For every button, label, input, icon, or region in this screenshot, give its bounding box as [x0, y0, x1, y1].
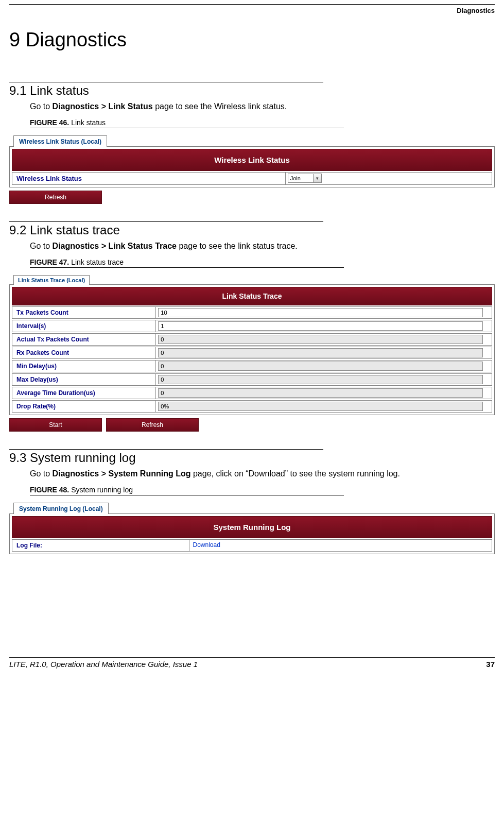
section-9-2-heading: 9.2 Link status trace: [9, 223, 495, 237]
section-9-1-heading: 9.1 Link status: [9, 83, 495, 98]
row-label: Min Delay(us): [12, 361, 156, 372]
download-link[interactable]: Download: [189, 540, 492, 551]
text-input[interactable]: 1: [158, 321, 483, 331]
text-input: 0: [158, 375, 483, 384]
table-row: Drop Rate(%)0%: [12, 400, 492, 413]
table-row: Average Time Duration(us)0: [12, 387, 492, 399]
figure-48-caption: FIGURE 48. System running log: [30, 486, 495, 494]
table-row: Rx Packets Count0: [12, 347, 492, 359]
panel-title-system-running-log: System Running Log: [12, 516, 492, 538]
panel-title-wireless-link-status: Wireless Link Status: [12, 149, 492, 171]
chapter-title: 9 Diagnostics: [9, 29, 495, 51]
refresh-button[interactable]: Refresh: [106, 418, 199, 432]
figure-47-screenshot: Link Status Trace (Local) Link Status Tr…: [9, 275, 495, 432]
figure-46-screenshot: Wireless Link Status (Local) Wireless Li…: [9, 135, 495, 204]
table-row: Interval(s)1: [12, 320, 492, 332]
row-label-wireless-link-status: Wireless Link Status: [12, 173, 286, 184]
text-input: 0: [158, 362, 483, 371]
row-label: Interval(s): [12, 320, 156, 332]
table-row: Actual Tx Packets Count0: [12, 333, 492, 346]
start-button[interactable]: Start: [9, 418, 102, 432]
header-topic: Diagnostics: [9, 5, 495, 20]
figure-48-screenshot: System Running Log (Local) System Runnin…: [9, 503, 495, 554]
page-number: 37: [486, 660, 495, 668]
tab-wireless-link-status[interactable]: Wireless Link Status (Local): [13, 135, 107, 147]
text-input: 0: [158, 335, 483, 344]
row-label-log-file: Log File:: [12, 540, 189, 551]
row-label: Max Delay(us): [12, 374, 156, 385]
section-9-2-body: Go to Diagnostics > Link Status Trace pa…: [30, 242, 495, 251]
text-input[interactable]: 10: [158, 308, 483, 317]
row-label: Rx Packets Count: [12, 347, 156, 358]
figure-47-caption: FIGURE 47. Link status trace: [30, 258, 495, 266]
row-label: Drop Rate(%): [12, 401, 156, 412]
text-input: 0: [158, 388, 483, 398]
section-9-3-heading: 9.3 System running log: [9, 451, 495, 465]
text-input: 0%: [158, 402, 483, 411]
section-9-3-body: Go to Diagnostics > System Running Log p…: [30, 469, 495, 478]
table-row: Tx Packets Count10: [12, 306, 492, 319]
text-input: 0: [158, 348, 483, 357]
table-row: Max Delay(us)0: [12, 373, 492, 386]
figure-46-caption: FIGURE 46. Link status: [30, 118, 495, 127]
refresh-button[interactable]: Refresh: [9, 191, 102, 204]
table-row: Min Delay(us)0: [12, 360, 492, 372]
footer-doc-title: LITE, R1.0, Operation and Maintenance Gu…: [9, 660, 198, 668]
row-label: Tx Packets Count: [12, 307, 156, 318]
section-9-1-body: Go to Diagnostics > Link Status page to …: [30, 102, 495, 111]
chevron-down-icon: ▼: [313, 174, 321, 182]
row-label: Average Time Duration(us): [12, 387, 156, 399]
select-wireless-link-status[interactable]: Join ▼: [288, 174, 322, 183]
tab-link-status-trace[interactable]: Link Status Trace (Local): [13, 275, 90, 285]
panel-title-link-status-trace: Link Status Trace: [12, 287, 492, 305]
tab-system-running-log[interactable]: System Running Log (Local): [13, 503, 109, 514]
row-label: Actual Tx Packets Count: [12, 334, 156, 345]
